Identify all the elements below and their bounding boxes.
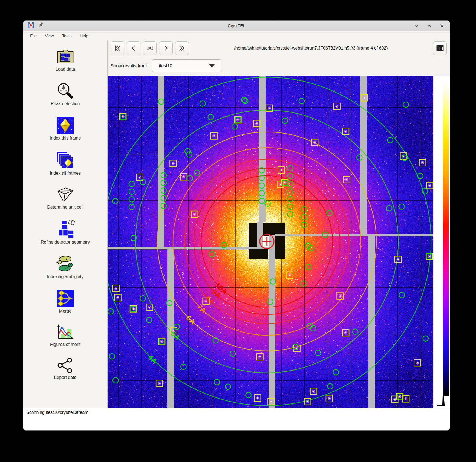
maximize-button[interactable]	[425, 22, 433, 29]
window-title: CrystFEL	[23, 23, 450, 28]
panel-toggle-button[interactable]	[433, 41, 447, 55]
sidebar-item-index-this-frame[interactable]: Index this frame	[50, 117, 81, 141]
previous-frame-button[interactable]	[127, 41, 140, 55]
share-icon	[57, 358, 74, 373]
detector-panels-icon	[56, 220, 75, 238]
sidebar-item-refine-detector-geometry[interactable]: Refine detector geometry	[41, 220, 90, 245]
close-button[interactable]	[438, 22, 446, 29]
first-frame-button[interactable]	[111, 41, 124, 55]
sidebar-item-label: Refine detector geometry	[41, 240, 90, 245]
merge-icon	[57, 290, 74, 307]
folder-data-icon	[56, 48, 74, 65]
crystal-frame-icon	[57, 117, 74, 134]
pin-icon[interactable]	[38, 22, 44, 29]
sidebar-item-label: Merge	[59, 309, 71, 314]
chevron-down-icon	[209, 64, 215, 67]
menu-file[interactable]: File	[26, 32, 41, 39]
chart-icon	[56, 324, 74, 340]
sidebar-item-determine-unit-cell[interactable]: Determine unit cell	[47, 186, 83, 210]
sidebar-item-load-data[interactable]: Load data	[56, 48, 75, 72]
menu-tools[interactable]: Tools	[58, 32, 76, 39]
menubar: File View Tools Help	[23, 31, 450, 40]
diffraction-view[interactable]	[108, 76, 433, 408]
sidebar-item-label: Peak detection	[51, 101, 80, 106]
intensity-colorbar	[433, 76, 450, 408]
image-row	[108, 76, 450, 408]
sidebar: Load data Peak detection	[23, 40, 108, 408]
frame-toolbar: /home/twhite/tutorials/crystfel-website/…	[108, 40, 450, 56]
colorbar-gradient	[443, 80, 449, 396]
sidebar-item-indexing-ambiguity[interactable]: Indexing ambiguity	[47, 255, 83, 279]
menu-view[interactable]: View	[41, 32, 58, 39]
crystfel-window: CrystFEL File View Tools Help	[23, 21, 450, 430]
results-bar: Show results from: itest10	[108, 56, 450, 76]
results-label: Show results from:	[111, 63, 148, 68]
sidebar-item-label: Figures of merit	[50, 342, 80, 347]
status-text: Scanning itest10/crystfel.stream	[26, 410, 88, 415]
statusbar: Scanning itest10/crystfel.stream	[23, 408, 450, 430]
diffraction-pattern-canvas[interactable]	[108, 76, 433, 408]
ducks-icon	[56, 255, 74, 272]
menu-help[interactable]: Help	[76, 32, 92, 39]
magnifier-peak-icon	[57, 82, 74, 99]
frame-path-label: /home/twhite/tutorials/crystfel-website/…	[191, 46, 431, 51]
sidebar-item-index-all-frames[interactable]: Index all frames	[50, 151, 81, 176]
unit-cell-icon	[56, 186, 75, 203]
sidebar-item-label: Export data	[54, 375, 77, 380]
sidebar-item-label: Determine unit cell	[47, 205, 83, 210]
results-dropdown-value: itest10	[159, 63, 172, 68]
last-frame-button[interactable]	[175, 41, 189, 55]
results-dropdown[interactable]: itest10	[152, 59, 221, 72]
sidebar-item-merge[interactable]: Merge	[57, 290, 74, 314]
next-frame-button[interactable]	[159, 41, 173, 55]
sidebar-item-label: Indexing ambiguity	[47, 274, 83, 279]
minimize-button[interactable]	[412, 22, 421, 29]
viewer-pane: /home/twhite/tutorials/crystfel-website/…	[108, 40, 450, 408]
random-frame-button[interactable]	[143, 41, 157, 55]
sidebar-item-figures-of-merit[interactable]: Figures of merit	[50, 324, 80, 347]
app-icon	[27, 22, 34, 30]
sidebar-item-peak-detection[interactable]: Peak detection	[51, 82, 80, 106]
crystal-stack-icon	[56, 151, 75, 169]
sidebar-item-label: Load data	[56, 67, 75, 72]
sidebar-item-label: Index this frame	[50, 136, 81, 141]
sidebar-item-export-data[interactable]: Export data	[54, 358, 77, 380]
sidebar-item-label: Index all frames	[50, 171, 81, 176]
titlebar: CrystFEL	[23, 21, 450, 31]
